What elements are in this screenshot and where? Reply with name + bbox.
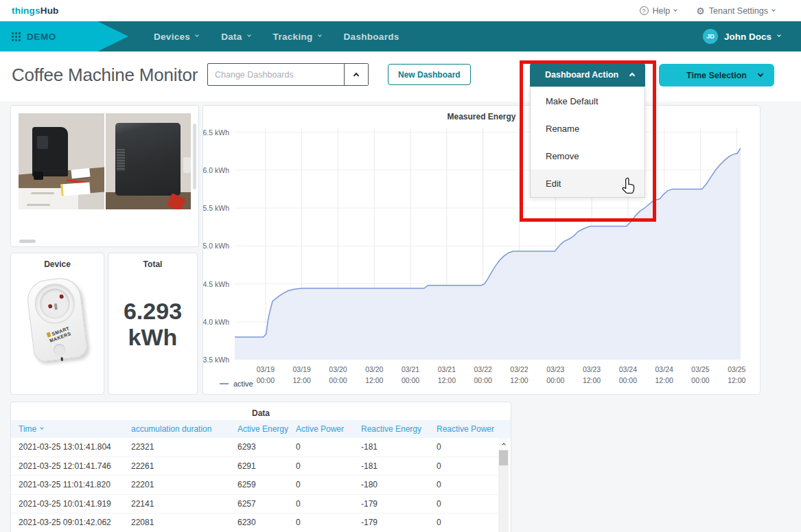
- column-header-label: Reactive Power: [437, 424, 494, 434]
- scrollbar-thumb[interactable]: [499, 450, 508, 465]
- app-window: thingsHub ? Help ⚙ Tenant Settings DEMO …: [0, 0, 801, 532]
- menu-item-edit[interactable]: Edit: [531, 170, 645, 197]
- table-cell: -181: [361, 442, 437, 452]
- total-value-unit: kWh: [128, 324, 178, 350]
- nav-item-label: Devices: [154, 32, 190, 42]
- new-dashboard-button[interactable]: New Dashboard: [388, 64, 471, 85]
- table-cell: 0: [437, 499, 500, 509]
- change-dashboards-toggle-button[interactable]: [344, 64, 368, 85]
- x-tick-label: 03/2400:00: [609, 365, 647, 386]
- x-tick-date: 03/24: [655, 365, 673, 373]
- nav-item-data[interactable]: Data: [221, 32, 250, 42]
- chart-y-axis-labels: 6.5 kWh6.0 kWh5.5 kWh5.0 kWh4.5 kWh4.0 k…: [203, 128, 231, 360]
- x-tick-date: 03/20: [329, 365, 347, 373]
- x-tick-label: 03/2100:00: [391, 365, 430, 386]
- coffee-machine-photo-1: [19, 113, 104, 209]
- x-tick-time: 12:00: [293, 376, 311, 384]
- topbar-right: ? Help ⚙ Tenant Settings: [640, 6, 775, 16]
- tenant-switcher[interactable]: DEMO: [0, 21, 128, 51]
- horizontal-scrollbar[interactable]: [19, 240, 36, 243]
- table-cell: 22201: [131, 480, 237, 489]
- x-tick-date: 03/24: [619, 365, 637, 373]
- table-cell: -180: [361, 480, 437, 489]
- total-card: Total 6.293 kWh: [108, 253, 198, 395]
- table-cell: 2021-03-25 11:01:41.820: [19, 480, 131, 489]
- x-tick-label: 03/2412:00: [645, 365, 684, 386]
- menu-item-make-default[interactable]: Make Default: [531, 87, 645, 115]
- y-tick-label: 6.5 kWh: [202, 128, 229, 137]
- table-cell: 22141: [131, 499, 237, 509]
- table-cell: 2021-03-25 12:01:41.746: [19, 461, 131, 471]
- nav-item-tracking[interactable]: Tracking: [273, 32, 321, 42]
- table-cell: 22081: [131, 518, 237, 527]
- nav-item-devices[interactable]: Devices: [154, 32, 198, 42]
- x-tick-date: 03/19: [293, 365, 311, 373]
- total-value-number: 6.293: [124, 298, 182, 324]
- energy-area-chart-plot[interactable]: [235, 128, 741, 360]
- brand-logo[interactable]: thingsHub: [12, 5, 59, 16]
- tenant-settings-menu[interactable]: ⚙ Tenant Settings: [696, 6, 775, 16]
- x-tick-date: 03/21: [402, 365, 419, 373]
- chevron-up-icon: [629, 73, 635, 78]
- scrollbar-track[interactable]: [498, 450, 509, 532]
- user-menu[interactable]: JD John Docs: [703, 29, 780, 44]
- x-tick-time: 12:00: [655, 376, 673, 384]
- time-selection-button[interactable]: Time Selection: [659, 64, 774, 86]
- vertical-scrollbar[interactable]: [193, 124, 196, 189]
- x-tick-date: 03/22: [510, 365, 528, 373]
- chevron-down-icon: [673, 8, 677, 12]
- coffee-machine-photo-2: [106, 113, 191, 209]
- table-cell: 0: [296, 442, 361, 452]
- x-tick-date: 03/19: [257, 365, 275, 373]
- chart-title: Measured Energy: [203, 112, 760, 122]
- dashboard-action-button[interactable]: Dashboard Action: [530, 63, 645, 86]
- table-cell: 0: [437, 461, 500, 471]
- help-menu[interactable]: ? Help: [640, 6, 677, 16]
- table-row: 2021-03-25 11:01:41.8202220162590-1800: [11, 476, 500, 495]
- y-tick-label: 5.0 kWh: [202, 242, 229, 250]
- table-cell: 0: [437, 480, 500, 489]
- table-row: 2021-03-25 09:01:42.0622208162300-1790: [11, 513, 500, 532]
- column-header-reactive-energy[interactable]: Reactive Energy: [361, 424, 437, 434]
- chevron-down-icon: [771, 8, 776, 12]
- nav-item-dashboards[interactable]: Dashboards: [344, 32, 399, 42]
- x-tick-date: 03/22: [474, 365, 492, 373]
- table-cell: 22321: [131, 442, 237, 452]
- column-header-accumulation-duration[interactable]: accumulation duration: [131, 424, 237, 434]
- column-header-time[interactable]: Time: [19, 424, 131, 434]
- column-header-label: Active Power: [296, 424, 344, 434]
- change-dashboards-input[interactable]: [208, 64, 344, 85]
- table-cell: 2021-03-25 10:01:41.919: [19, 499, 131, 509]
- total-card-title: Total: [108, 259, 197, 269]
- x-tick-date: 03/25: [691, 365, 709, 373]
- y-tick-label: 3.5 kWh: [202, 356, 229, 364]
- table-cell: 6230: [237, 518, 296, 527]
- smart-plug-image: SMARTMAKERS: [21, 274, 94, 369]
- scroll-up-button[interactable]: [498, 438, 509, 450]
- column-header-active-energy[interactable]: Active Energy: [237, 424, 296, 434]
- column-header-active-power[interactable]: Active Power: [296, 424, 361, 434]
- table-cell: 0: [296, 518, 361, 527]
- chevron-up-icon: [502, 443, 506, 447]
- x-tick-label: 03/2200:00: [464, 365, 502, 386]
- x-tick-date: 03/20: [365, 365, 383, 373]
- x-tick-time: 00:00: [546, 376, 564, 384]
- measured-energy-chart-card: Measured Energy 6.5 kWh6.0 kWh5.5 kWh5.0…: [202, 105, 761, 395]
- brand-part-dark: Hub: [40, 5, 59, 16]
- table-cell: -179: [361, 499, 437, 509]
- dashboard-action-label: Dashboard Action: [545, 70, 618, 80]
- help-icon: ?: [640, 6, 649, 15]
- x-tick-time: 12:00: [365, 376, 383, 384]
- chart-x-axis-labels: 03/1900:0003/1912:0003/2000:0003/2012:00…: [235, 365, 741, 388]
- column-header-reactive-power[interactable]: Reactive Power: [437, 424, 511, 434]
- grid-icon: [12, 32, 21, 41]
- total-value: 6.293 kWh: [108, 269, 197, 379]
- menu-item-rename[interactable]: Rename: [531, 115, 645, 142]
- chevron-down-icon: [318, 33, 322, 37]
- y-tick-label: 4.5 kWh: [202, 280, 229, 288]
- y-tick-label: 6.0 kWh: [202, 166, 229, 174]
- menu-item-remove[interactable]: Remove: [531, 142, 645, 170]
- table-cell: 0: [296, 499, 361, 509]
- table-row: 2021-03-25 12:01:41.7462226162910-1810: [11, 457, 500, 476]
- chevron-down-icon: [777, 33, 781, 37]
